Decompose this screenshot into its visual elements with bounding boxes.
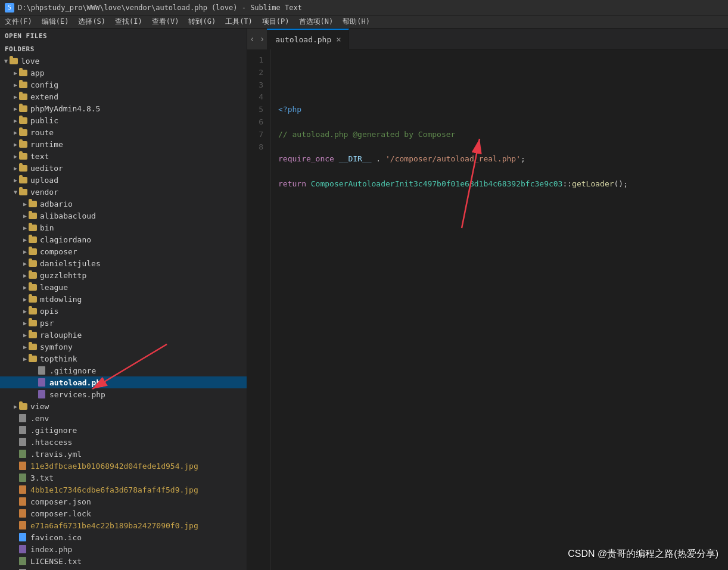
- file-item-favicon.ico[interactable]: favicon.ico: [0, 531, 247, 543]
- folder-icon-love: [10, 57, 19, 65]
- folder-arrow-guzzlehttp: ▶: [21, 272, 29, 279]
- line-number-8: 8: [252, 141, 263, 154]
- folder-item-runtime[interactable]: ▶runtime: [0, 138, 247, 150]
- file-item-composer.lock[interactable]: composer.lock: [0, 507, 247, 519]
- code-line-8: [278, 191, 721, 203]
- file-item-composer.json[interactable]: composer.json: [0, 496, 247, 507]
- folder-icon-phpMyAdmin4.8.5: [19, 104, 29, 113]
- line-number-5: 5: [252, 104, 263, 116]
- folder-icon-alibabacloud: [29, 211, 38, 220]
- folder-item-route[interactable]: ▶route: [0, 126, 247, 138]
- file-item-services.php[interactable]: services.php: [0, 388, 247, 400]
- folder-arrow-love: ▼: [2, 58, 10, 64]
- tree-label-.gitignore: .gitignore: [49, 366, 247, 375]
- folder-item-bin[interactable]: ▶bin: [0, 222, 247, 233]
- file-item-.travis.yml[interactable]: .travis.yml: [0, 448, 247, 460]
- file-item-LICENSE.txt[interactable]: LICENSE.txt: [0, 555, 247, 567]
- tab-nav-next[interactable]: ›: [257, 29, 267, 49]
- folder-arrow-bin: ▶: [21, 225, 29, 231]
- main-layout: OPEN FILES FOLDERS ▼love▶app▶config▶exte…: [0, 29, 728, 570]
- folder-item-opis[interactable]: ▶opis: [0, 305, 247, 317]
- tab-close-button[interactable]: ×: [336, 35, 341, 43]
- menu-item-帮助(H)[interactable]: 帮助(H): [338, 15, 375, 28]
- folder-item-alibabacloud[interactable]: ▶alibabacloud: [0, 210, 247, 222]
- folder-item-text[interactable]: ▶text: [0, 150, 247, 162]
- editor-area: ‹ › autoload.php × 12345678: [247, 29, 728, 570]
- menu-item-查找(I)[interactable]: 查找(I): [110, 15, 147, 28]
- open-files-label: OPEN FILES: [0, 29, 247, 42]
- folder-item-app[interactable]: ▶app: [0, 67, 247, 79]
- folder-item-composer[interactable]: ▶composer: [0, 245, 247, 257]
- tree-label-3.txt: 3.txt: [30, 474, 247, 482]
- file-item-index.php[interactable]: index.php: [0, 543, 247, 555]
- file-item-.htaccess[interactable]: .htaccess: [0, 436, 247, 448]
- file-item-.env[interactable]: .env: [0, 412, 247, 424]
- folder-icon-text: [19, 152, 29, 160]
- menu-item-项目(P)[interactable]: 项目(P): [257, 15, 294, 28]
- folder-item-view[interactable]: ▶view: [0, 400, 247, 412]
- menu-item-转到(G)[interactable]: 转到(G): [183, 15, 220, 28]
- folder-item-topthink[interactable]: ▶topthink: [0, 353, 247, 365]
- tab-nav-prev[interactable]: ‹: [247, 29, 257, 49]
- folder-icon-bin: [29, 223, 38, 232]
- tree-label-extend: extend: [30, 92, 247, 101]
- tree-label-composer: composer: [40, 247, 247, 256]
- folder-arrow-mtdowling: ▶: [21, 296, 29, 303]
- folder-arrow-ralouphie: ▶: [21, 332, 29, 338]
- tree-label-favicon.ico: favicon.ico: [30, 533, 247, 542]
- file-item-nginx.htaccess[interactable]: nginx.htaccess: [0, 567, 247, 570]
- folder-item-ralouphie[interactable]: ▶ralouphie: [0, 329, 247, 341]
- tree-label-.env: .env: [30, 414, 247, 423]
- folder-item-symfony[interactable]: ▶symfony: [0, 341, 247, 353]
- folder-item-guzzlehttp[interactable]: ▶guzzlehttp: [0, 269, 247, 281]
- menu-item-文件(F)[interactable]: 文件(F): [0, 15, 37, 28]
- code-line-2: [278, 116, 721, 129]
- folder-item-love[interactable]: ▼love: [0, 55, 247, 67]
- folder-item-config[interactable]: ▶config: [0, 79, 247, 91]
- menu-item-首选项(N)[interactable]: 首选项(N): [294, 15, 338, 28]
- file-item-.gitignore[interactable]: .gitignore: [0, 365, 247, 376]
- tree-label-.htaccess: .htaccess: [30, 438, 247, 447]
- folder-item-mtdowling[interactable]: ▶mtdowling: [0, 293, 247, 305]
- tree-label-ralouphie: ralouphie: [40, 331, 247, 339]
- menu-item-工具(T)[interactable]: 工具(T): [220, 15, 257, 28]
- file-item-.gitignore[interactable]: .gitignore: [0, 424, 247, 436]
- folder-arrow-symfony: ▶: [21, 344, 29, 350]
- folder-item-adbario[interactable]: ▶adbario: [0, 198, 247, 210]
- line-number-3: 3: [252, 79, 263, 92]
- file-icon-e71a6af6731be4c22b189ba2427090f0.jpg: [19, 521, 29, 529]
- tree-label-index.php: index.php: [30, 545, 247, 554]
- folder-item-phpMyAdmin4.8.5[interactable]: ▶phpMyAdmin4.8.5: [0, 102, 247, 114]
- folder-item-clagiordano[interactable]: ▶clagiordano: [0, 233, 247, 245]
- folder-arrow-psr: ▶: [21, 320, 29, 326]
- code-content[interactable]: <?php // autoload.php @generated by Comp…: [271, 49, 728, 570]
- tree-label-ueditor: ueditor: [30, 164, 247, 173]
- file-item-autoload.php[interactable]: autoload.php: [0, 376, 247, 388]
- tree-label-psr: psr: [40, 319, 247, 328]
- folder-item-upload[interactable]: ▶upload: [0, 174, 247, 186]
- code-editor[interactable]: 12345678 <?php // autoload.php @generate…: [247, 49, 728, 570]
- file-icon-autoload.php: [38, 378, 48, 387]
- folder-icon-composer: [29, 247, 38, 256]
- folder-item-ueditor[interactable]: ▶ueditor: [0, 162, 247, 174]
- file-item-4bb1e1c7346cdbe6fa3d678afaf4f5d9.jpg[interactable]: 4bb1e1c7346cdbe6fa3d678afaf4f5d9.jpg: [0, 484, 247, 496]
- folder-item-extend[interactable]: ▶extend: [0, 91, 247, 102]
- file-icon-LICENSE.txt: [19, 557, 29, 565]
- file-item-11e3dfbcae1b01068942d04fede1d954.jpg[interactable]: 11e3dfbcae1b01068942d04fede1d954.jpg: [0, 460, 247, 472]
- folder-item-league[interactable]: ▶league: [0, 281, 247, 293]
- file-icon-.gitignore: [38, 366, 48, 375]
- folder-item-vendor[interactable]: ▼vendor: [0, 186, 247, 198]
- menu-item-查看(V)[interactable]: 查看(V): [147, 15, 184, 28]
- menu-item-选择(S)[interactable]: 选择(S): [73, 15, 110, 28]
- folder-item-public[interactable]: ▶public: [0, 114, 247, 126]
- folder-icon-symfony: [29, 342, 38, 351]
- file-item-e71a6af6731be4c22b189ba2427090f0.jpg[interactable]: e71a6af6731be4c22b189ba2427090f0.jpg: [0, 519, 247, 531]
- file-item-3.txt[interactable]: 3.txt: [0, 472, 247, 484]
- folder-arrow-opis: ▶: [21, 308, 29, 314]
- menu-item-编辑(E)[interactable]: 编辑(E): [37, 15, 74, 28]
- tab-autoload-php[interactable]: autoload.php ×: [267, 29, 349, 49]
- folder-item-danielstjules[interactable]: ▶danielstjules: [0, 257, 247, 269]
- folder-icon-route: [19, 128, 29, 136]
- folder-item-psr[interactable]: ▶psr: [0, 317, 247, 329]
- line-number-4: 4: [252, 91, 263, 104]
